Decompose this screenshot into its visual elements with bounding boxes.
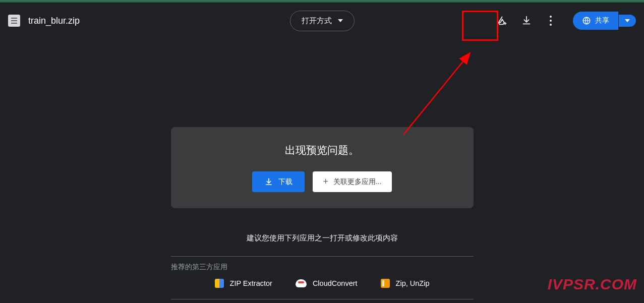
- app-name: CloudConvert: [313, 279, 358, 287]
- download-icon: [264, 177, 273, 187]
- share-label: 共享: [595, 16, 609, 25]
- open-with-label: 打开方式: [302, 16, 332, 26]
- preview-error-card: 出现预览问题。 下载 + 关联更多应用...: [171, 127, 474, 208]
- watermark-text: IVPSR.COM: [548, 276, 637, 293]
- share-dropdown-button[interactable]: [619, 15, 636, 27]
- globe-icon: [582, 16, 591, 25]
- add-to-drive-button[interactable]: [492, 11, 512, 31]
- drive-add-icon: [497, 15, 508, 26]
- header-bar: train_blur.zip 打开方式: [0, 3, 644, 39]
- main-content: 出现预览问题。 下载 + 关联更多应用... 建议您使用下列应用之一打开或修改此…: [0, 39, 644, 299]
- app-zip-extractor[interactable]: ZIP Extractor: [215, 279, 272, 288]
- header-actions: 共享: [492, 11, 636, 31]
- file-name: train_blur.zip: [28, 16, 80, 26]
- plus-icon: +: [323, 176, 328, 187]
- zip-extractor-icon: [215, 279, 224, 288]
- dropdown-arrow-icon: [625, 19, 630, 22]
- download-file-button[interactable]: 下载: [252, 171, 305, 192]
- more-options-button[interactable]: [541, 11, 561, 31]
- card-actions: 下载 + 关联更多应用...: [183, 171, 461, 192]
- suggestion-text: 建议您使用下列应用之一打开或修改此项内容: [247, 233, 398, 243]
- cloudconvert-icon: [296, 279, 307, 287]
- file-info: train_blur.zip: [8, 15, 80, 27]
- zip-unzip-icon: [381, 279, 390, 288]
- app-zip-unzip[interactable]: Zip, UnZip: [381, 279, 430, 288]
- connect-apps-button[interactable]: + 关联更多应用...: [313, 171, 391, 192]
- dropdown-arrow-icon: [338, 19, 343, 22]
- app-cloudconvert[interactable]: CloudConvert: [296, 279, 358, 287]
- download-label: 下载: [278, 177, 292, 187]
- connect-label: 关联更多应用...: [333, 177, 382, 187]
- third-party-apps-list: ZIP Extractor CloudConvert Zip, UnZip: [171, 279, 474, 293]
- open-with-button[interactable]: 打开方式: [290, 11, 355, 31]
- app-name: ZIP Extractor: [230, 279, 272, 287]
- share-button-group: 共享: [573, 12, 636, 30]
- more-vertical-icon: [550, 16, 552, 26]
- file-type-icon: [8, 15, 20, 27]
- download-button[interactable]: [516, 11, 537, 31]
- divider: [171, 299, 474, 299]
- download-icon: [521, 15, 532, 26]
- preview-error-title: 出现预览问题。: [183, 143, 461, 157]
- app-name: Zip, UnZip: [396, 279, 430, 287]
- third-party-label: 推荐的第三方应用: [171, 263, 474, 272]
- share-button[interactable]: 共享: [573, 12, 618, 30]
- third-party-section: 推荐的第三方应用 ZIP Extractor CloudConvert Zip,…: [171, 256, 474, 299]
- divider: [171, 256, 474, 257]
